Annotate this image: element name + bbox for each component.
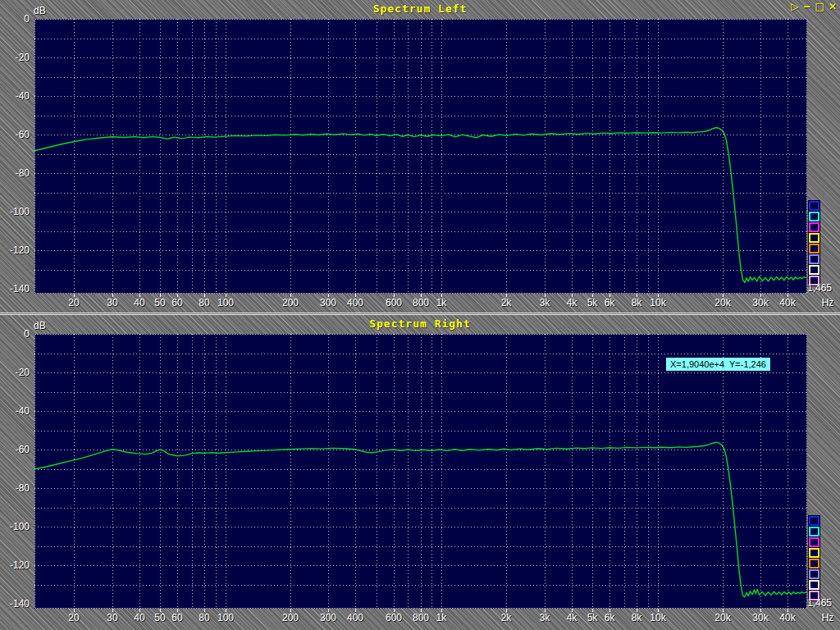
x-tick-label: 100: [217, 297, 234, 308]
x-tick-label: 40k: [779, 612, 795, 623]
x-tick-label: 4k: [567, 612, 578, 623]
y-tick-label: -40: [0, 90, 30, 102]
x-tick-label: 800: [413, 612, 429, 623]
legend-color-swatch[interactable]: [809, 580, 819, 590]
resolution-value: 1,465: [807, 282, 832, 294]
y-tick-label: -140: [0, 598, 30, 609]
legend-color-swatch[interactable]: [809, 548, 819, 558]
panel-title: Spectrum Left: [0, 2, 840, 15]
y-tick-label: 0: [0, 328, 30, 340]
y-tick-label: -120: [0, 244, 30, 256]
legend-color-swatch[interactable]: [809, 222, 819, 232]
y-tick-label: -20: [0, 367, 30, 378]
x-tick-label: 200: [282, 297, 299, 308]
x-tick-label: 8k: [632, 612, 642, 623]
legend-color-swatch[interactable]: [809, 527, 819, 536]
spectrum-analyzer-window: { "window": { "controls": [ {"name": "ru…: [0, 0, 840, 630]
x-tick-label: 4k: [567, 297, 578, 308]
y-tick-label: -20: [0, 52, 30, 63]
x-tick-label: 30k: [752, 612, 768, 623]
spectrum-left-plot-area[interactable]: [0, 0, 840, 313]
legend-color-swatch[interactable]: [809, 537, 819, 547]
x-tick-label: 5k: [587, 297, 598, 308]
x-tick-label: 400: [347, 297, 363, 308]
legend-color-swatch[interactable]: [809, 244, 819, 253]
x-tick-label: 40: [134, 612, 144, 623]
x-tick-label: 60: [171, 297, 182, 308]
x-tick-label: 2k: [501, 297, 512, 308]
x-tick-label: 300: [320, 612, 336, 623]
y-tick-label: -100: [0, 206, 30, 217]
legend-color-column: [809, 516, 819, 601]
spectrum-right-panel: Spectrum Right dB 0-20-40-60-80-100-120-…: [0, 315, 840, 630]
y-tick-label: 0: [0, 13, 30, 25]
legend-color-swatch[interactable]: [809, 516, 819, 526]
x-tick-label: 10k: [650, 612, 665, 623]
panel-title: Spectrum Right: [0, 317, 840, 330]
x-tick-label: 6k: [605, 297, 615, 308]
x-tick-label: 100: [217, 612, 234, 623]
x-tick-label: 1k: [436, 297, 447, 308]
legend-color-swatch[interactable]: [809, 265, 819, 275]
x-tick-label: 50: [154, 297, 165, 308]
x-tick-label: 2k: [501, 612, 512, 623]
x-tick-label: 300: [320, 297, 336, 308]
x-tick-label: 3k: [540, 612, 550, 623]
x-tick-label: 40: [134, 297, 144, 308]
x-tick-label: 80: [199, 297, 209, 308]
x-tick-label: 30k: [752, 297, 768, 308]
x-tick-label: 800: [413, 297, 429, 308]
resolution-value: 1,465: [807, 597, 832, 609]
y-tick-label: -100: [0, 521, 30, 532]
x-tick-label: 8k: [632, 297, 642, 308]
x-tick-label: 80: [199, 612, 209, 623]
x-axis-unit-label: Hz: [817, 297, 838, 308]
x-axis-unit-label: Hz: [817, 612, 838, 623]
x-tick-label: 10k: [650, 297, 665, 308]
x-tick-label: 50: [154, 612, 165, 623]
x-tick-label: 30: [107, 612, 117, 623]
legend-color-swatch[interactable]: [809, 254, 819, 264]
legend-color-swatch[interactable]: [809, 569, 819, 579]
x-tick-label: 30: [107, 297, 117, 308]
y-tick-label: -140: [0, 283, 30, 294]
x-tick-label: 1k: [436, 612, 447, 623]
y-tick-label: -80: [0, 482, 30, 494]
x-tick-label: 20: [68, 297, 79, 308]
legend-color-swatch[interactable]: [809, 559, 819, 568]
x-tick-label: 400: [347, 612, 363, 623]
y-axis-unit-label: dB: [34, 5, 46, 16]
x-tick-label: 40k: [779, 297, 795, 308]
y-tick-label: -60: [0, 444, 30, 455]
cursor-readout-tooltip: X=1,9040e+4 Y=-1,246: [666, 358, 770, 371]
x-tick-label: 5k: [587, 612, 598, 623]
x-tick-label: 60: [171, 612, 182, 623]
x-tick-label: 20: [68, 612, 79, 623]
x-tick-label: 600: [386, 297, 402, 308]
x-tick-label: 20k: [714, 297, 730, 308]
x-tick-label: 3k: [540, 297, 550, 308]
legend-color-swatch[interactable]: [809, 201, 819, 211]
legend-color-column: [809, 201, 819, 286]
x-tick-label: 20k: [714, 612, 730, 623]
y-tick-label: -60: [0, 129, 30, 140]
x-tick-label: 200: [282, 612, 299, 623]
y-tick-label: -80: [0, 167, 30, 179]
x-tick-label: 600: [386, 612, 402, 623]
x-tick-label: 6k: [605, 612, 615, 623]
y-tick-label: -40: [0, 405, 30, 417]
y-tick-label: -120: [0, 559, 30, 571]
legend-color-swatch[interactable]: [809, 212, 819, 221]
legend-color-swatch[interactable]: [809, 233, 819, 243]
spectrum-left-panel: Spectrum Left dB 0-20-40-60-80-100-120-1…: [0, 0, 840, 313]
y-axis-unit-label: dB: [34, 320, 46, 331]
